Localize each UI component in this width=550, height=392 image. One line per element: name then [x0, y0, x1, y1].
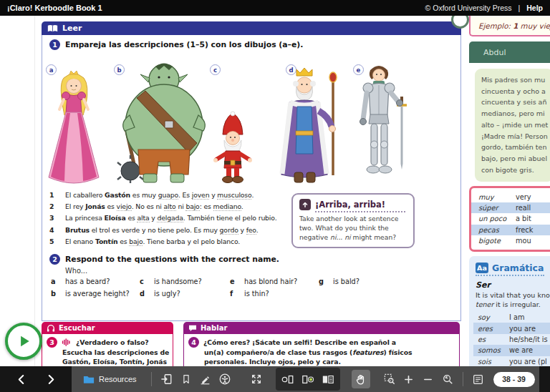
journal-icon: [161, 373, 173, 385]
text-segment: alto: [164, 202, 176, 211]
text-segment: y: [238, 226, 246, 234]
bookmark-button[interactable]: [178, 370, 194, 388]
leer-label: Leer: [62, 24, 82, 33]
vocab-english: freck: [516, 226, 533, 234]
grammar-english: you are: [509, 325, 536, 333]
single-page-view-icon: [281, 374, 294, 385]
text-segment: . Tiene barba y el pelo blanco.: [143, 237, 240, 245]
exercise-2-text: Respond to the questions with the correc…: [65, 255, 279, 264]
description-text: El caballero Gastón es muy guapo. Es jov…: [65, 190, 254, 201]
dwarf-illustration: [207, 111, 259, 185]
help-link[interactable]: Help: [526, 4, 543, 12]
text-segment: Brutus: [65, 226, 90, 234]
description-row: 1El caballero Gastón es muy guapo. Es jo…: [49, 190, 300, 201]
text-segment: un(a) compañero/a de clase tus rasgos (: [204, 348, 352, 356]
aa-icon: Aa: [476, 263, 488, 273]
hand-tool-button[interactable]: [352, 370, 370, 388]
text-segment: joven: [192, 191, 210, 200]
bubble-line: alto – ¡mide un met: [481, 119, 550, 131]
bubble-line: cincuenta y seis añ: [481, 97, 550, 108]
hablar-line: un(a) compañero/a de clase tus rasgos (f…: [204, 348, 455, 357]
question-column: cis handsome?dis ugly?: [140, 277, 230, 298]
text-segment: it is irregular.: [493, 300, 541, 308]
pencil-icon: [200, 374, 211, 385]
text-segment: es muy: [130, 191, 158, 199]
text-segment: .: [251, 191, 254, 199]
text-segment: . Es: [178, 191, 192, 199]
page-indicator[interactable]: 38 - 39: [493, 372, 535, 387]
king-illustration: [267, 67, 344, 185]
book-page-left: Leer 1 Empareja las descripciones (1–5) …: [34, 16, 463, 366]
zoom-reset-button[interactable]: [440, 370, 455, 388]
hablar-line: personales. Incluye ojos, pelo y cara.: [204, 357, 455, 366]
page-overview-icon: [301, 374, 314, 385]
plus-icon: [404, 375, 413, 384]
fullscreen-button[interactable]: [249, 370, 264, 388]
audio-play-button[interactable]: [5, 323, 42, 360]
question-item: fis thin?: [230, 289, 319, 299]
description-text: La princesa Eloísa es alta y delgada. Ta…: [65, 212, 276, 224]
viewer-toolbar: Resources 38 - 39: [0, 366, 550, 392]
escuchar-title: ¿Verdadero o falso?: [76, 338, 149, 347]
description-number: 5: [49, 236, 65, 248]
gramatica-title: Gramática: [492, 263, 544, 273]
question-item: cis handsome?: [140, 277, 230, 287]
annotate-button[interactable]: [198, 370, 213, 388]
gramatica-box: Aa Gramática Ser It is vital that you kn…: [469, 256, 550, 371]
description-text: El rey Jonás es viejo. No es ni alto ni …: [65, 201, 243, 212]
grammar-english: I am: [509, 313, 525, 321]
ser-conjugation-table: soyI ameresyou areeshe/she/it issomoswe …: [473, 312, 550, 367]
escuchar-line: Gastón, Eloísa, Tontín, Jonás: [62, 357, 168, 366]
journal-button[interactable]: [159, 370, 175, 388]
toolbar-divider: [463, 372, 463, 386]
question-letter: g: [319, 277, 325, 287]
contents-button[interactable]: [471, 370, 486, 388]
description-row: 3La princesa Eloísa es alta y delgada. T…: [49, 212, 300, 224]
accessibility-button[interactable]: [217, 370, 233, 388]
view-mode-group: [276, 368, 340, 391]
headphones-icon: [47, 324, 55, 332]
tab-abdul[interactable]: Abdul: [469, 41, 550, 63]
prev-page-button[interactable]: [13, 370, 29, 388]
vocab-english: mou: [516, 237, 531, 245]
description-row: 4Brutus el trol es verde y no tiene pelo…: [49, 225, 300, 236]
vocab-row: muyvery: [471, 192, 550, 202]
grammar-spanish: eres: [478, 325, 509, 333]
resources-button[interactable]: Resources: [79, 374, 141, 385]
single-page-view-button[interactable]: [280, 370, 296, 388]
text-segment: features: [352, 348, 383, 356]
escuchar-line: Escucha las descripciones de: [62, 348, 168, 357]
page-nav-left: [0, 366, 72, 392]
descriptions-list: 1El caballero Gastón es muy guapo. Es jo…: [49, 190, 300, 248]
dotted-divider: [476, 275, 544, 276]
topbar-divider: |: [518, 4, 521, 12]
text-segment: es: [117, 237, 129, 245]
prev-page-button-right[interactable]: [546, 370, 550, 388]
text-segment: y: [150, 214, 158, 222]
zoom-out-button[interactable]: [420, 370, 436, 388]
escuchar-header: Escuchar: [42, 322, 173, 334]
zoom-area-button[interactable]: [382, 370, 397, 388]
resources-label: Resources: [99, 375, 137, 383]
exercise-1-badge: 1: [49, 39, 60, 50]
text-segment: .: [256, 226, 259, 234]
vocab-english: a bit: [516, 215, 531, 222]
vocabulary-box: muyverysúperreallun pocoa bitpecasfreckb…: [469, 186, 550, 252]
text-segment: muy viejo: [518, 21, 550, 30]
vocab-spanish: muy: [478, 193, 516, 201]
text-segment: tener: [476, 300, 493, 308]
vocab-english: very: [516, 193, 531, 201]
page-overview-button[interactable]: [300, 370, 316, 388]
description-text: Brutus el trol es verde y no tiene pelo.…: [65, 225, 259, 236]
text-segment: might mean?: [351, 233, 397, 241]
book-page-right: Ejemplo: 1 muy viejo Abdul Mis padres so…: [468, 16, 550, 366]
question-item: bis average height?: [51, 289, 140, 299]
description-row: 2El rey Jonás es viejo. No es ni alto ni…: [49, 201, 300, 212]
exercise-3-badge: 3: [47, 337, 57, 348]
text-segment: El caballero: [65, 191, 105, 199]
contents-icon: [473, 374, 483, 385]
next-page-button[interactable]: [43, 370, 59, 388]
double-page-view-button[interactable]: [320, 370, 336, 388]
text-segment: guapo: [158, 191, 178, 200]
zoom-in-button[interactable]: [401, 370, 417, 388]
